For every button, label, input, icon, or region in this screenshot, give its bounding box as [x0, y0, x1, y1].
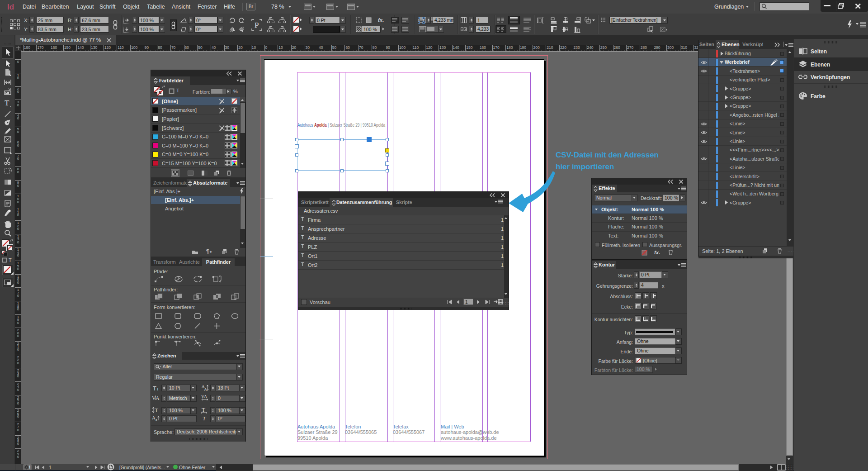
svg-text:A: A	[152, 415, 156, 420]
svg-text:T: T	[155, 407, 158, 414]
svg-text:A: A	[156, 395, 160, 401]
svg-text:VA: VA	[201, 394, 208, 399]
svg-text:T: T	[5, 99, 9, 107]
svg-text:T: T	[203, 415, 206, 422]
svg-text:T: T	[202, 406, 205, 413]
svg-text:a: a	[156, 418, 157, 422]
svg-text:P: P	[255, 21, 259, 29]
